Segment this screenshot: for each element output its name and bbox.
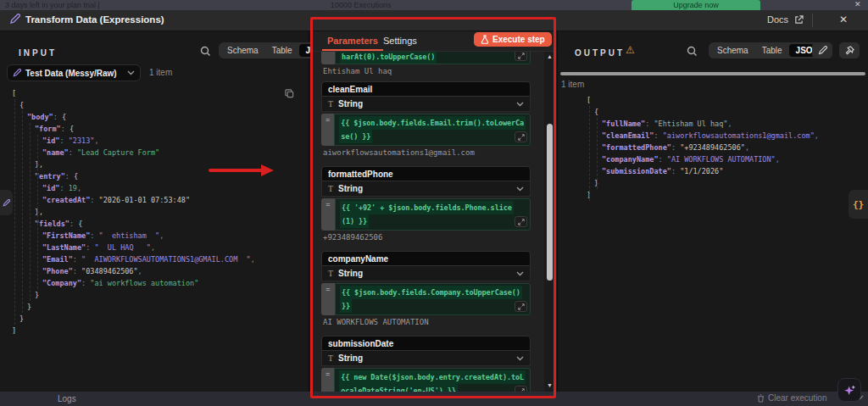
json-line: "LastName": " UL HAQ ", xyxy=(0,242,305,253)
json-line: "companyName": "AI WORKFLOWS AUTOMATION"… xyxy=(575,153,867,165)
expression-field: submissionDate T String = {{ new Date($j… xyxy=(321,336,531,392)
expression-editor[interactable]: {{ new Date($json.body.entry.createdAt).… xyxy=(334,368,531,392)
output-panel: OUTPUT ⚠ Schema Table JSON 1 item [{"ful… xyxy=(557,31,868,392)
expand-expression-icon[interactable] xyxy=(515,301,527,312)
expression-code-line: }} xyxy=(340,299,352,313)
field-type-select[interactable]: T String xyxy=(321,351,531,366)
json-line: "body": { xyxy=(0,111,305,123)
expression-row: = {{ $json.body.fields.Email.trim().toLo… xyxy=(321,114,531,146)
output-panel-title: OUTPUT xyxy=(575,48,625,58)
expression-editor[interactable]: {{ '+92' + $json.body.fields.Phone.slice… xyxy=(335,198,531,231)
parameters-tab-bar: Parameters Settings Execute step xyxy=(310,31,557,52)
field-type-select[interactable]: T String xyxy=(321,266,531,281)
sparkle-icon xyxy=(843,383,857,398)
json-line: "id": "2313", xyxy=(0,135,305,147)
indent-guide xyxy=(14,99,15,325)
json-line: "cleanEmail": "aiworkflowsautomations1@g… xyxy=(575,130,867,142)
output-view-tabs: Schema Table JSON xyxy=(709,42,827,58)
output-tab-schema[interactable]: Schema xyxy=(710,44,755,57)
field-type-label: String xyxy=(338,353,516,363)
field-name-input[interactable]: companyName xyxy=(321,251,531,266)
expression-editor[interactable]: {{ $json.body.fields.Company.toUpperCase… xyxy=(335,283,531,315)
drag-handle[interactable]: = xyxy=(321,368,334,392)
background-app-bar: 3 days left in your plan trial | 10000 E… xyxy=(0,0,868,10)
json-line: }, xyxy=(0,159,305,170)
parameters-panel: Parameters Settings Execute step harAt(0… xyxy=(310,31,557,392)
docs-link[interactable]: Docs xyxy=(767,14,788,25)
expression-row: = {{ '+92' + $json.body.fields.Phone.sli… xyxy=(321,198,531,231)
tab-parameters[interactable]: Parameters xyxy=(327,36,378,46)
field-name-input[interactable]: cleanEmail xyxy=(321,81,531,97)
logs-toggle[interactable]: Logs xyxy=(58,394,76,403)
input-tab-table[interactable]: Table xyxy=(265,44,299,57)
type-text-icon: T xyxy=(328,184,333,193)
expression-code-line: ocaleDateString('en-US') }} xyxy=(339,384,457,392)
tab-settings[interactable]: Settings xyxy=(383,36,417,46)
input-json-viewer[interactable]: [{"body": {"form": {"id": "2313","name":… xyxy=(0,87,305,336)
expression-field: formattedPhone T String = {{ '+92' + $js… xyxy=(321,166,531,242)
output-search-icon[interactable] xyxy=(687,46,698,57)
expression-result: AI WORKFLOWS AUTOMATION xyxy=(321,318,531,326)
json-line: "id": 19, xyxy=(0,182,305,194)
pin-data-button[interactable] xyxy=(839,42,860,58)
drag-handle[interactable]: = xyxy=(321,283,335,315)
drag-handle[interactable] xyxy=(321,52,335,64)
json-line: ] xyxy=(575,189,867,201)
edit-side-tab[interactable] xyxy=(0,190,13,215)
field-name-input[interactable]: formattedPhone xyxy=(321,166,531,181)
modal-close-icon[interactable]: ✕ xyxy=(839,14,848,25)
input-panel-title: INPUT xyxy=(19,48,57,58)
parameters-scroll-area[interactable]: harAt(0).toUpperCase() Ehtisham Ul haq c… xyxy=(310,52,557,392)
edit-title-pencil-icon[interactable] xyxy=(9,14,20,25)
input-items-count: 1 item xyxy=(149,68,172,77)
json-line: } xyxy=(0,301,305,313)
braces-icon: {} xyxy=(853,199,864,210)
expression-row: = {{ new Date($json.body.entry.createdAt… xyxy=(321,368,531,392)
scroll-up-arrow[interactable]: ▲ xyxy=(544,53,555,59)
drag-handle[interactable]: = xyxy=(321,114,334,146)
input-search-icon[interactable] xyxy=(200,46,211,57)
expression-code-line: {{ $json.body.fields.Email.trim().toLowe… xyxy=(339,116,526,130)
field-name-input[interactable]: submissionDate xyxy=(321,336,531,351)
execute-step-button[interactable]: Execute step xyxy=(474,32,552,47)
expression-editor[interactable]: harAt(0).toUpperCase() xyxy=(335,52,531,64)
expand-expression-icon[interactable] xyxy=(515,52,527,61)
json-line: "FirstName": " ehtisham ", xyxy=(0,230,305,242)
indent-guide xyxy=(597,118,598,189)
json-line: } xyxy=(0,289,305,301)
input-panel: INPUT Schema Table JSON Test Data (Messy… xyxy=(0,31,309,392)
input-source-selector[interactable]: Test Data (Messy/Raw) xyxy=(7,64,141,81)
horizontal-scrollbar[interactable] xyxy=(560,72,865,75)
expression-code-line: {{ $json.body.fields.Company.toUpperCase… xyxy=(340,286,522,299)
external-link-icon xyxy=(794,15,804,25)
scroll-down-arrow[interactable]: ▼ xyxy=(544,382,555,388)
input-tab-schema[interactable]: Schema xyxy=(220,44,265,57)
json-line: ] xyxy=(0,325,305,336)
code-side-tab[interactable]: {} xyxy=(849,190,868,219)
drag-handle[interactable]: = xyxy=(321,198,335,231)
upgrade-now-button[interactable]: Upgrade now xyxy=(632,0,760,10)
json-line: "fields": { xyxy=(0,218,305,230)
banner-close-icon[interactable]: ✕ xyxy=(854,0,861,8)
chevron-down-icon xyxy=(127,70,135,75)
expand-expression-icon[interactable] xyxy=(515,216,527,227)
json-line: } xyxy=(0,313,305,325)
expression-result: Ehtisham Ul haq xyxy=(321,67,531,75)
output-json-viewer[interactable]: [{"fullName": "Ehtisham Ul haq","cleanEm… xyxy=(575,94,867,201)
json-line: }, xyxy=(0,206,305,218)
expression-editor[interactable]: {{ $json.body.fields.Email.trim().toLowe… xyxy=(334,114,531,146)
scrollbar-thumb[interactable] xyxy=(547,124,553,281)
clear-execution-button[interactable]: Clear execution xyxy=(757,393,826,403)
vertical-scrollbar[interactable]: ▲ ▼ xyxy=(544,52,555,392)
field-type-select[interactable]: T String xyxy=(321,181,531,197)
expand-expression-icon[interactable] xyxy=(515,386,527,392)
expand-expression-icon[interactable] xyxy=(515,131,527,142)
field-type-select[interactable]: T String xyxy=(321,97,531,112)
json-line: [ xyxy=(575,94,867,106)
output-tab-table[interactable]: Table xyxy=(755,44,789,57)
chevron-down-icon xyxy=(516,186,524,192)
output-items-count: 1 item xyxy=(561,80,584,89)
edit-output-pencil-button[interactable] xyxy=(812,42,832,58)
ai-assistant-button[interactable] xyxy=(837,378,861,402)
indent-guide xyxy=(22,111,23,313)
